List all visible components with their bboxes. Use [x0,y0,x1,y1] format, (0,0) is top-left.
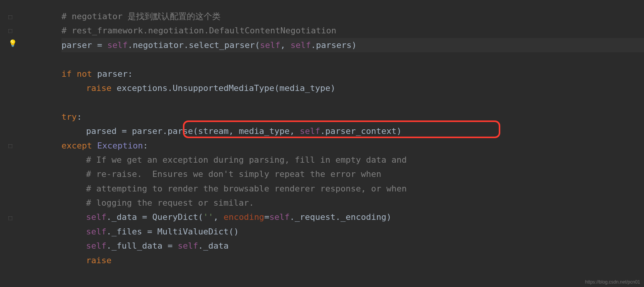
operator: : [77,112,82,122]
code-line: self._data = QueryDict('', encoding=self… [61,210,644,224]
code-line-highlighted: parser = self.negotiator.select_parser(s… [61,38,644,52]
operator: , [290,126,300,136]
code-line: self._files = MultiValueDict() [61,224,644,239]
operator: , [229,126,239,136]
function-call: parse [168,126,193,136]
code-line: # negotiator 是找到默认配置的这个类 [61,9,644,23]
identifier: (stream [193,126,229,136]
self-keyword: self [260,40,281,50]
self-keyword: self [86,241,106,251]
operator: = [168,241,178,251]
operator: = [147,227,158,236]
code-line: if not parser: [61,67,644,81]
keyword: raise [86,83,116,93]
code-line: # rest_framework.negotiation.DefaultCont… [61,23,644,38]
self-keyword: self [300,126,320,136]
identifier: ._request._encoding) [290,212,392,222]
code-line: # logging the request or similar. [61,196,644,210]
operator: : [143,141,148,150]
comment-text: # attempting to render the browsable ren… [86,184,407,193]
identifier: parsed [86,126,122,136]
keyword: raise [86,256,111,265]
code-line: # If we get an exception during parsing,… [61,153,644,167]
code-line: raise exceptions.UnsupportedMediaType(me… [61,81,644,95]
code-line: try: [61,110,644,124]
self-keyword: self [107,40,128,50]
identifier: ._files [106,227,147,236]
operator: = [264,212,269,222]
code-line-empty [61,52,644,66]
comment-text: # If we get an exception during parsing,… [86,155,407,165]
bookmark-icon[interactable]: ⬚ [8,214,12,221]
builtin: Exception [97,141,143,150]
editor-container: ⬚ ⬚ 💡 ⬚ ⬚ # negotiator 是找到默认配置的这个类 # res… [0,0,644,287]
named-argument: encoding [224,212,264,222]
identifier: exceptions.UnsupportedMediaType(media_ty… [116,83,335,93]
keyword: if not [61,69,97,79]
comment-text: # logging the request or similar. [86,198,254,208]
code-line: self._full_data = self._data [61,239,644,253]
comment-text: # negotiator 是找到默认配置的这个类 [61,12,221,21]
comment-text: # rest_framework.negotiation.DefaultCont… [61,26,336,35]
self-keyword: self [178,241,198,251]
code-line: parsed = parser.parse(stream, media_type… [61,124,644,138]
gutter: ⬚ ⬚ 💡 ⬚ ⬚ [0,0,23,287]
identifier: parser. [132,126,168,136]
lightbulb-icon[interactable]: 💡 [8,39,17,47]
operator: , [213,212,224,222]
self-keyword: self [290,40,311,50]
code-line: raise [61,253,644,267]
code-line-empty [61,95,644,109]
bookmark-icon[interactable]: ⬚ [8,27,12,34]
identifier: ._full_data [106,241,168,251]
identifier: media_type [239,126,289,136]
watermark-text: https://blog.csdn.net/pcn01 [585,279,640,285]
bookmark-icon[interactable]: ⬚ [8,13,12,20]
code-area[interactable]: # negotiator 是找到默认配置的这个类 # rest_framewor… [23,0,644,287]
self-keyword: self [269,212,290,222]
identifier: parser: [97,69,133,79]
keyword: except [61,141,97,150]
operator: = [142,212,153,222]
operator: = [97,40,108,50]
function-call: QueryDict( [152,212,203,222]
identifier: .parser_context) [320,126,402,136]
identifier: ._data [106,212,142,222]
bookmark-icon[interactable]: ⬚ [8,142,12,149]
code-line: # re-raise. Ensures we don't simply repe… [61,167,644,181]
function-call: MultiValueDict() [157,227,239,236]
self-keyword: self [86,212,106,222]
comment-text: # re-raise. Ensures we don't simply repe… [86,169,381,179]
code-line: except Exception: [61,139,644,153]
identifier: .parsers) [311,40,357,50]
self-keyword: self [86,227,106,236]
string-literal: '' [203,212,214,222]
identifier: .negotiator.select_parser( [128,40,260,50]
code-line: # attempting to render the browsable ren… [61,181,644,196]
identifier: ._data [198,241,228,251]
keyword: try [61,112,77,122]
identifier: parser [61,40,97,50]
operator: = [122,126,132,136]
operator: , [281,40,291,50]
